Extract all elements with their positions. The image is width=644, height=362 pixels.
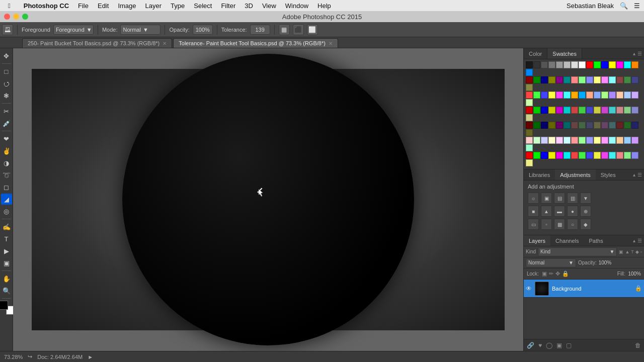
- pixel-filter-icon[interactable]: ▣: [619, 249, 623, 254]
- menu-3d[interactable]: 3D: [240, 1, 257, 11]
- tab-1[interactable]: 250- Paint Bucket Tool Basics.psd @ 73.3…: [22, 38, 172, 48]
- tab-1-close[interactable]: ✕: [163, 41, 167, 46]
- threshold-btn[interactable]: ▩: [554, 219, 565, 230]
- panel-menu-icon[interactable]: ☰: [637, 51, 642, 56]
- type-filter-icon[interactable]: T: [631, 249, 634, 254]
- kind-dropdown[interactable]: Kind ▼: [538, 247, 617, 256]
- swatch-item[interactable]: [541, 107, 548, 114]
- close-button[interactable]: [4, 14, 10, 20]
- maximize-button[interactable]: [22, 14, 28, 20]
- swatch-item[interactable]: [533, 137, 540, 144]
- swatch-item[interactable]: [541, 137, 548, 144]
- swatch-item[interactable]: [526, 99, 533, 106]
- swatch-item[interactable]: [616, 92, 623, 99]
- swatch-item[interactable]: [609, 152, 616, 159]
- swatch-item[interactable]: [579, 107, 586, 114]
- menu-type[interactable]: Type: [167, 1, 189, 11]
- panel-collapse-icon[interactable]: ▴: [633, 51, 635, 56]
- gradient-map-btn[interactable]: ○: [567, 219, 578, 230]
- brush-tool[interactable]: ✌: [1, 145, 12, 156]
- menu-help[interactable]: Help: [313, 1, 335, 11]
- layer-lock-icon[interactable]: 🔒: [635, 285, 642, 292]
- swatch-item[interactable]: [601, 61, 608, 68]
- swatch-item[interactable]: [616, 76, 623, 83]
- swatch-item[interactable]: [556, 107, 563, 114]
- swatch-item[interactable]: [571, 152, 578, 159]
- swatch-item[interactable]: [548, 107, 555, 114]
- swatch-item[interactable]: [541, 152, 548, 159]
- export-icon[interactable]: ↪: [28, 353, 32, 360]
- swatch-item[interactable]: [594, 152, 601, 159]
- all-layers-btn[interactable]: ⬜: [307, 24, 318, 35]
- black-white-btn[interactable]: ▬: [554, 206, 565, 217]
- menu-select[interactable]: Select: [190, 1, 216, 11]
- swatch-item[interactable]: [564, 76, 571, 83]
- eyedropper-tool[interactable]: 💉: [1, 118, 12, 129]
- tab-paths[interactable]: Paths: [584, 235, 608, 246]
- tab-channels[interactable]: Channels: [550, 235, 584, 246]
- search-icon[interactable]: 🔍: [620, 2, 628, 10]
- swatch-item[interactable]: [586, 137, 593, 144]
- swatch-item[interactable]: [586, 92, 593, 99]
- swatch-item[interactable]: [609, 122, 616, 129]
- tab-color[interactable]: Color: [524, 48, 547, 59]
- opacity-value[interactable]: 100%: [599, 260, 612, 265]
- arrow-icon[interactable]: ►: [88, 354, 93, 360]
- swatch-item[interactable]: [601, 152, 608, 159]
- swatch-item[interactable]: [526, 107, 533, 114]
- adjustment-filter-icon[interactable]: ▲: [625, 249, 629, 254]
- swatch-item[interactable]: [594, 107, 601, 114]
- swatch-item[interactable]: [526, 61, 533, 68]
- swatch-item[interactable]: [564, 137, 571, 144]
- swatch-item[interactable]: [579, 61, 586, 68]
- selective-color-btn[interactable]: ◆: [580, 219, 591, 230]
- contiguous-btn[interactable]: ⬛: [293, 24, 304, 35]
- add-mask-icon[interactable]: ◯: [546, 342, 552, 349]
- tab-styles[interactable]: Styles: [596, 169, 621, 180]
- anti-alias-btn[interactable]: ▦: [279, 24, 290, 35]
- swatch-item[interactable]: [533, 152, 540, 159]
- posterize-btn[interactable]: ▫: [541, 219, 552, 230]
- swatch-item[interactable]: [624, 107, 631, 114]
- curves-btn[interactable]: ▤: [554, 193, 565, 204]
- swatch-item[interactable]: [556, 92, 563, 99]
- swatch-item[interactable]: [526, 76, 533, 83]
- swatch-item[interactable]: [564, 107, 571, 114]
- swatch-item[interactable]: [586, 61, 593, 68]
- add-style-icon[interactable]: ♥: [538, 342, 542, 349]
- swatch-item[interactable]: [616, 137, 623, 144]
- swatch-item[interactable]: [616, 152, 623, 159]
- swatch-item[interactable]: [594, 92, 601, 99]
- adj-menu-icon[interactable]: ☰: [637, 172, 642, 177]
- swatch-item[interactable]: [609, 107, 616, 114]
- swatch-item[interactable]: [533, 61, 540, 68]
- swatch-item[interactable]: [564, 92, 571, 99]
- swatch-item[interactable]: [616, 107, 623, 114]
- swatch-item[interactable]: [594, 61, 601, 68]
- swatch-item[interactable]: [631, 76, 638, 83]
- swatch-item[interactable]: [624, 61, 631, 68]
- swatch-item[interactable]: [586, 122, 593, 129]
- quick-select-tool[interactable]: ❃: [1, 90, 12, 101]
- swatch-item[interactable]: [541, 122, 548, 129]
- layers-collapse-icon[interactable]: ▴: [633, 238, 635, 243]
- swatch-item[interactable]: [586, 76, 593, 83]
- menu-layer[interactable]: Layer: [141, 1, 166, 11]
- channel-mixer-btn[interactable]: ⊕: [580, 206, 591, 217]
- brightness-contrast-btn[interactable]: ☼: [528, 193, 539, 204]
- lasso-tool[interactable]: ⭯: [1, 78, 12, 89]
- link-layers-icon[interactable]: 🔗: [527, 342, 534, 349]
- swatch-item[interactable]: [526, 137, 533, 144]
- swatch-item[interactable]: [533, 92, 540, 99]
- tab-adjustments[interactable]: Adjustments: [555, 169, 596, 180]
- tab-swatches[interactable]: Swatches: [547, 48, 582, 59]
- fill-dropdown[interactable]: Foreground ▼: [53, 25, 94, 35]
- marquee-tool[interactable]: □: [1, 66, 12, 77]
- swatch-item[interactable]: [571, 61, 578, 68]
- apple-menu[interactable]: : [4, 1, 15, 11]
- eraser-tool[interactable]: ◻: [1, 182, 12, 193]
- swatch-item[interactable]: [526, 84, 533, 91]
- swatch-item[interactable]: [624, 137, 631, 144]
- swatch-item[interactable]: [571, 76, 578, 83]
- pen-tool[interactable]: ✍: [1, 221, 12, 232]
